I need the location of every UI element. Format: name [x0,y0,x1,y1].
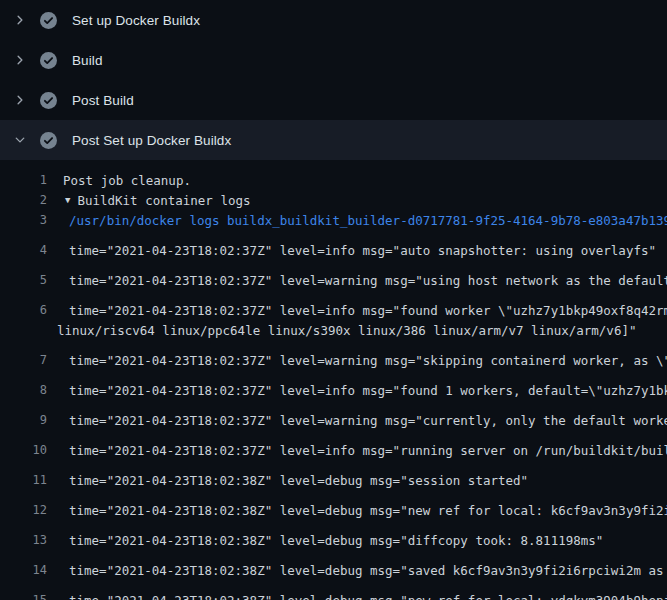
command-text: /usr/bin/docker logs buildx_buildkit_bui… [47,213,667,228]
chevron-right-icon[interactable] [12,12,28,28]
log-line: 5 time="2021-04-23T18:02:37Z" level=warn… [0,260,667,290]
log-text: time="2021-04-23T18:02:37Z" level=info m… [47,243,656,258]
step-header[interactable]: Post Build [0,80,667,120]
step-label: Build [72,53,103,68]
log-line: 4 time="2021-04-23T18:02:37Z" level=info… [0,230,667,260]
step-label: Post Build [72,93,134,108]
log-text: time="2021-04-23T18:02:37Z" level=warnin… [47,413,667,428]
log-line: 14 time="2021-04-23T18:02:38Z" level=deb… [0,550,667,580]
log-line: 15 time="2021-04-23T18:02:38Z" level=deb… [0,580,667,600]
log-line: 11 time="2021-04-23T18:02:38Z" level=deb… [0,460,667,490]
log-line: 13 time="2021-04-23T18:02:38Z" level=deb… [0,520,667,550]
log-line: 7 time="2021-04-23T18:02:37Z" level=warn… [0,340,667,370]
step-label: Set up Docker Buildx [72,13,200,28]
log-text: time="2021-04-23T18:02:38Z" level=debug … [47,563,667,578]
step-label: Post Set up Docker Buildx [72,133,231,148]
line-number[interactable]: 13 [0,533,47,547]
step-header[interactable]: Set up Docker Buildx [0,0,667,40]
log-group-toggle[interactable]: 2 ▼BuildKit container logs [0,190,667,210]
log-line: 1 Post job cleanup. [0,170,667,190]
log-text: time="2021-04-23T18:02:37Z" level=info m… [47,383,667,398]
line-number[interactable]: 11 [0,473,47,487]
chevron-right-icon[interactable] [12,92,28,108]
log-text: time="2021-04-23T18:02:37Z" level=warnin… [47,353,667,368]
log-line: 8 time="2021-04-23T18:02:37Z" level=info… [0,370,667,400]
line-number[interactable]: 6 [0,303,47,317]
line-number[interactable]: 4 [0,243,47,257]
log-line: linux/riscv64 linux/ppc64le linux/s390x … [0,320,667,340]
log-text: time="2021-04-23T18:02:38Z" level=debug … [47,533,603,548]
log-line: 9 time="2021-04-23T18:02:37Z" level=warn… [0,400,667,430]
line-number[interactable]: 9 [0,413,47,427]
log-text: time="2021-04-23T18:02:37Z" level=warnin… [47,273,667,288]
group-collapse-triangle-icon[interactable]: ▼ [47,195,70,205]
log-line: 10 time="2021-04-23T18:02:37Z" level=inf… [0,430,667,460]
check-circle-icon [40,52,57,69]
line-number[interactable]: 7 [0,353,47,367]
log-viewer: 1 Post job cleanup. 2 ▼BuildKit containe… [0,160,667,600]
line-number[interactable]: 15 [0,593,47,600]
log-text: time="2021-04-23T18:02:38Z" level=debug … [47,503,667,518]
line-number[interactable]: 2 [0,193,47,207]
line-number[interactable]: 14 [0,563,47,577]
log-line: 3 /usr/bin/docker logs buildx_buildkit_b… [0,210,667,230]
log-text: Post job cleanup. [47,173,191,188]
chevron-down-icon[interactable] [12,132,28,148]
log-line: 12 time="2021-04-23T18:02:38Z" level=deb… [0,490,667,520]
line-number[interactable]: 10 [0,443,47,457]
log-text: time="2021-04-23T18:02:38Z" level=debug … [47,593,667,600]
line-number[interactable]: 3 [0,213,47,227]
line-number[interactable]: 8 [0,383,47,397]
steps-list: Set up Docker Buildx Build P [0,0,667,160]
step-header[interactable]: Post Set up Docker Buildx [0,120,667,160]
check-circle-icon [40,12,57,29]
chevron-right-icon[interactable] [12,52,28,68]
line-number[interactable]: 12 [0,503,47,517]
log-text: BuildKit container logs [70,193,250,208]
log-line: 6 time="2021-04-23T18:02:37Z" level=info… [0,290,667,320]
log-text: time="2021-04-23T18:02:37Z" level=info m… [47,303,667,318]
step-header[interactable]: Build [0,40,667,80]
check-circle-icon [40,132,57,149]
line-number[interactable]: 1 [0,173,47,187]
log-text: linux/riscv64 linux/ppc64le linux/s390x … [47,323,636,338]
log-text: time="2021-04-23T18:02:37Z" level=info m… [47,443,667,458]
line-number[interactable]: 5 [0,273,47,287]
log-text: time="2021-04-23T18:02:38Z" level=debug … [47,473,528,488]
check-circle-icon [40,92,57,109]
